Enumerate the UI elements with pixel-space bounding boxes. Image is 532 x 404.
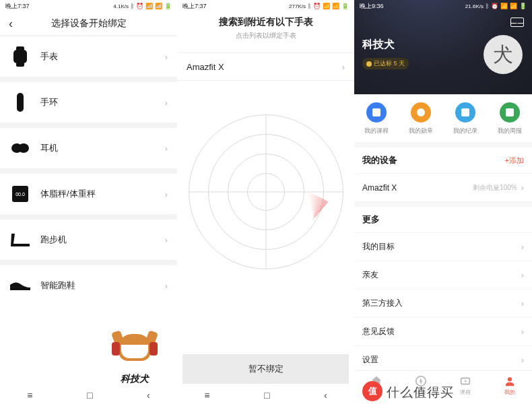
avatar[interactable]: 犬 (484, 35, 523, 74)
device-row[interactable]: Amazfit X 剩余电量100% › (354, 173, 532, 201)
category-label: 手表 (40, 50, 165, 63)
quick-my-weekly[interactable]: 我的周报 (488, 102, 532, 135)
list-icon (455, 102, 475, 123)
category-label: 跑步机 (40, 234, 165, 246)
section-title: 我的设备 (362, 154, 397, 166)
wifi-icon: 📶 (510, 3, 517, 9)
svg-rect-3 (17, 93, 24, 112)
category-label: 手环 (40, 96, 165, 108)
status-net: 277K/s (289, 3, 306, 9)
chevron-right-icon: › (165, 189, 168, 199)
screen-device-categories: 晚上7:37 4.1K/s ᛒ ⏰ 📶 📶 🔋 ‹ 选择设备开始绑定 手表 › … (0, 0, 177, 404)
radar-scanner (189, 114, 343, 269)
search-title: 搜索到附近有以下手表 (177, 16, 354, 28)
status-time: 晚上9:36 (360, 2, 384, 11)
svg-point-10 (508, 377, 512, 381)
streak-badge: 已达标 5 天 (362, 58, 409, 69)
status-net: 4.1K/s (113, 3, 129, 9)
skip-bind-button[interactable]: 暂不绑定 (182, 354, 349, 384)
category-scale[interactable]: 00.0 体脂秤/体重秤 › (0, 174, 177, 214)
site-watermark-text: 什么值得买 (387, 384, 454, 401)
category-label: 体脂秤/体重秤 (40, 188, 165, 200)
bluetooth-icon: ᛒ (131, 3, 134, 9)
mascot-label: 科技犬 (104, 373, 165, 385)
category-shoe[interactable]: 智能跑鞋 › (0, 265, 177, 306)
scale-icon: 00.0 (8, 182, 32, 206)
signal-icon: 📶 (500, 3, 508, 9)
person-icon (504, 375, 516, 387)
watch-icon (8, 44, 32, 69)
svg-rect-2 (16, 63, 24, 67)
section-title: 更多 (362, 213, 380, 226)
my-devices-section: 我的设备 +添加 Amazfit X 剩余电量100% › (354, 147, 532, 201)
profile-hero: 晚上9:36 21.6K/s ᛒ ⏰ 📶 📶 🔋 科技犬 已达标 5 天 犬 (354, 0, 532, 94)
category-band[interactable]: 手环 › (0, 82, 177, 123)
more-section: 更多 我的目标 › 亲友 › 第三方接入 › 意见反馈 › 设置 › (354, 207, 532, 374)
status-net: 21.6K/s (465, 3, 484, 9)
wifi-icon: 📶 (332, 3, 339, 9)
nav-back-icon[interactable]: ‹ (324, 390, 327, 401)
svg-text:00.0: 00.0 (15, 192, 25, 197)
tab-mine[interactable]: 我的 (488, 371, 532, 404)
quick-my-records[interactable]: 我的纪录 (443, 102, 488, 135)
earbuds-icon (8, 136, 32, 160)
found-device-row[interactable]: Amazfit X › (177, 53, 354, 81)
nav-home-icon[interactable]: □ (264, 390, 269, 401)
quick-my-badges[interactable]: 我的勋章 (399, 102, 443, 135)
category-label: 智能跑鞋 (40, 279, 165, 292)
band-icon (8, 90, 32, 114)
battery-icon: 🔋 (164, 3, 172, 9)
status-bar: 晚上7:37 277K/s ᛒ ⏰ 📶 📶 🔋 (177, 0, 354, 12)
more-thirdparty[interactable]: 第三方接入 › (354, 289, 532, 317)
signal-icon: 📶 (323, 3, 330, 9)
alarm-icon: ⏰ (313, 3, 321, 9)
bluetooth-icon: ᛒ (486, 3, 489, 9)
video-icon (459, 375, 471, 387)
more-settings[interactable]: 设置 › (354, 345, 532, 374)
messages-icon[interactable] (510, 18, 524, 27)
screen-device-search: 晚上7:37 277K/s ᛒ ⏰ 📶 📶 🔋 搜索到附近有以下手表 点击列表以… (177, 0, 354, 404)
search-subtitle: 点击列表以绑定手表 (177, 31, 354, 40)
mascot-watermark: 科技犬 (104, 334, 165, 385)
status-bar: 晚上7:37 4.1K/s ᛒ ⏰ 📶 📶 🔋 (0, 0, 177, 12)
chevron-right-icon: › (521, 355, 524, 365)
chevron-right-icon: › (521, 327, 524, 337)
chevron-right-icon: › (165, 98, 168, 108)
device-battery: 剩余电量100% (473, 183, 517, 193)
svg-point-5 (18, 143, 29, 153)
nav-home-icon[interactable]: □ (87, 390, 92, 401)
more-goals[interactable]: 我的目标 › (354, 232, 532, 261)
nav-back-icon[interactable]: ‹ (147, 390, 150, 401)
calendar-icon (500, 102, 520, 123)
page-title: 选择设备开始绑定 (4, 18, 173, 30)
chevron-right-icon: › (165, 52, 168, 62)
category-earbuds[interactable]: 耳机 › (0, 128, 177, 168)
chevron-right-icon: › (521, 270, 524, 280)
chevron-right-icon: › (342, 62, 345, 72)
screen-profile: 晚上9:36 21.6K/s ᛒ ⏰ 📶 📶 🔋 科技犬 已达标 5 天 犬 我… (354, 0, 532, 404)
category-watch[interactable]: 手表 › (0, 36, 177, 77)
quick-my-courses[interactable]: 我的课程 (354, 102, 399, 135)
chevron-right-icon: › (165, 143, 168, 154)
system-nav: ≡ □ ‹ (177, 386, 354, 404)
more-friends[interactable]: 亲友 › (354, 261, 532, 289)
system-nav: ≡ □ ‹ (0, 386, 177, 404)
chevron-right-icon: › (521, 242, 524, 252)
category-treadmill[interactable]: 跑步机 › (0, 220, 177, 260)
add-device-button[interactable]: +添加 (505, 156, 524, 166)
more-feedback[interactable]: 意见反馈 › (354, 317, 532, 345)
wifi-icon: 📶 (155, 3, 162, 9)
svg-rect-1 (13, 50, 27, 63)
alarm-icon: ⏰ (491, 3, 498, 9)
bluetooth-icon: ᛒ (308, 3, 311, 9)
device-name: Amazfit X (362, 183, 397, 193)
signal-icon: 📶 (145, 3, 153, 9)
profile-username: 科技犬 (362, 38, 395, 52)
battery-icon: 🔋 (341, 3, 349, 9)
chevron-right-icon: › (521, 182, 524, 193)
nav-recent-icon[interactable]: ≡ (27, 390, 32, 401)
chevron-right-icon: › (521, 298, 524, 308)
medal-icon (411, 102, 431, 123)
shoe-icon (8, 273, 32, 298)
nav-recent-icon[interactable]: ≡ (204, 390, 209, 401)
